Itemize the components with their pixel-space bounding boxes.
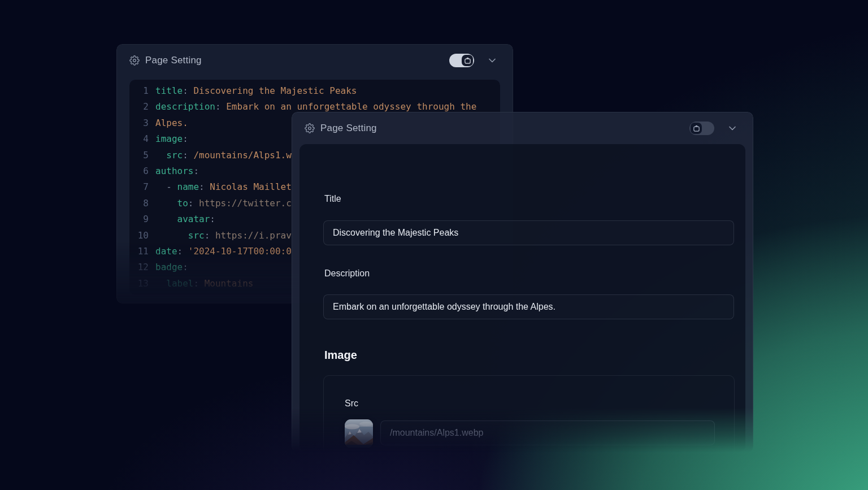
line-number: 3 bbox=[134, 115, 149, 131]
title-input[interactable] bbox=[323, 220, 734, 245]
chevron-down-icon[interactable] bbox=[727, 123, 738, 134]
code-token-val: '2024-10-17T00:00:0 bbox=[188, 244, 292, 259]
line-number: 13 bbox=[134, 276, 149, 292]
code-token-val: Discovering the Majestic Peaks bbox=[193, 83, 357, 99]
code-token-key: to bbox=[177, 196, 188, 211]
code-token-url: https://i.prav bbox=[215, 228, 292, 244]
title-field-label: Title bbox=[324, 194, 341, 204]
code-token-punc bbox=[155, 148, 166, 163]
form-body: Title Description Image Src bbox=[300, 144, 745, 452]
code-token-punc: : bbox=[193, 276, 204, 292]
code-token-punc: : bbox=[199, 179, 210, 195]
desktop-background: Page Setting bbox=[0, 0, 868, 490]
code-token-key: badge bbox=[155, 259, 183, 275]
chevron-down-icon[interactable] bbox=[487, 55, 498, 66]
code-token-key: name bbox=[177, 179, 199, 195]
line-number: 4 bbox=[134, 131, 149, 147]
code-token-punc: : bbox=[215, 99, 226, 115]
line-number: 5 bbox=[134, 148, 149, 163]
image-card: Src bbox=[323, 375, 735, 466]
code-line: 1title: Discovering the Majestic Peaks bbox=[134, 83, 500, 99]
line-number: 6 bbox=[134, 163, 149, 179]
line-number: 2 bbox=[134, 99, 149, 115]
code-token-punc: : bbox=[183, 259, 188, 275]
code-token-key: label bbox=[166, 276, 193, 292]
form-panel: Page Setting bbox=[292, 112, 753, 452]
code-token-punc: : bbox=[183, 148, 193, 163]
code-token-key: image bbox=[155, 131, 183, 147]
line-number: 9 bbox=[134, 211, 149, 227]
code-token-punc: : bbox=[188, 196, 199, 211]
code-token-key: src bbox=[166, 148, 183, 163]
code-token-val: /mountains/Alps1.w bbox=[193, 148, 291, 163]
code-token-val: Mountains bbox=[205, 276, 254, 292]
view-toggle[interactable] bbox=[689, 122, 714, 135]
line-number: 12 bbox=[134, 259, 149, 275]
code-form-toggle-icon bbox=[462, 55, 473, 66]
mountain-photo-thumbnail bbox=[345, 419, 373, 448]
panel-title: Page Setting bbox=[145, 55, 202, 66]
description-input[interactable] bbox=[323, 294, 734, 319]
code-token-punc: - bbox=[155, 179, 177, 195]
line-number: 11 bbox=[134, 244, 149, 259]
code-token-url: https://twitter.c bbox=[199, 196, 292, 211]
description-field-label: Description bbox=[324, 268, 370, 279]
code-token-val: Nicolas Maillet bbox=[210, 179, 292, 195]
image-section-heading: Image bbox=[324, 349, 357, 362]
code-token-key: avatar bbox=[177, 211, 210, 227]
code-token-key: authors bbox=[155, 163, 193, 179]
src-field-label: Src bbox=[345, 398, 358, 409]
code-token-punc bbox=[155, 196, 177, 211]
code-token-key: description bbox=[155, 99, 215, 115]
image-src-input[interactable] bbox=[380, 420, 715, 445]
form-panel-header: Page Setting bbox=[292, 112, 753, 144]
code-token-key: date bbox=[155, 244, 177, 259]
code-token-key: src bbox=[188, 228, 205, 244]
code-token-punc bbox=[155, 211, 177, 227]
panel-title: Page Setting bbox=[320, 123, 377, 134]
view-toggle[interactable] bbox=[449, 54, 474, 67]
code-token-punc: : bbox=[177, 244, 188, 259]
line-number: 8 bbox=[134, 196, 149, 211]
gear-icon bbox=[305, 123, 315, 133]
code-form-toggle-icon bbox=[691, 123, 702, 134]
gear-icon bbox=[129, 55, 140, 66]
line-number: 10 bbox=[134, 228, 149, 244]
code-token-key: title bbox=[155, 83, 183, 99]
code-token-punc bbox=[155, 228, 188, 244]
code-token-punc bbox=[155, 276, 166, 292]
code-token-punc: : bbox=[193, 163, 199, 179]
line-number: 7 bbox=[134, 179, 149, 195]
code-token-punc: : bbox=[183, 131, 188, 147]
code-token-val: Alpes. bbox=[155, 115, 188, 131]
code-token-punc: : bbox=[183, 83, 193, 99]
code-token-punc: : bbox=[205, 228, 215, 244]
code-panel-header: Page Setting bbox=[117, 45, 513, 76]
line-number: 1 bbox=[134, 83, 149, 99]
code-token-punc: : bbox=[210, 211, 215, 227]
